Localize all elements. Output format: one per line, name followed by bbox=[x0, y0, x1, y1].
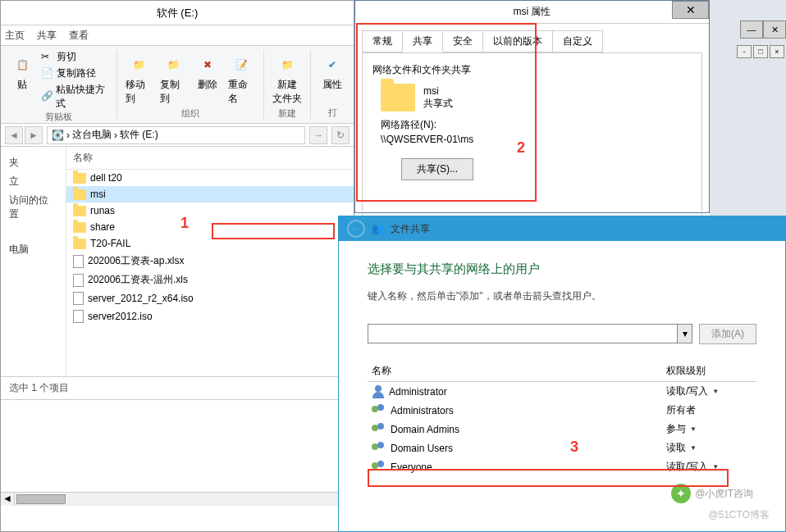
list-item[interactable]: dell t20 bbox=[66, 170, 354, 186]
cut-button[interactable]: ✂剪切 bbox=[41, 50, 110, 64]
horizontal-scrollbar[interactable]: ◄ bbox=[1, 492, 354, 506]
new-folder-label: 新建 文件夹 bbox=[272, 78, 302, 106]
address-path[interactable]: 💽 › 这台电脑 › 软件 (E:) bbox=[47, 126, 305, 144]
permission-label: 读取 bbox=[666, 441, 686, 455]
column-header-name[interactable]: 名称 bbox=[66, 147, 354, 170]
list-item[interactable]: server_2012_r2_x64.iso bbox=[66, 289, 354, 307]
tab-home[interactable]: 主页 bbox=[5, 29, 25, 43]
list-item[interactable]: runas bbox=[66, 202, 354, 219]
chevron-down-icon: ▼ bbox=[690, 444, 697, 452]
rename-button[interactable]: 📝重命名 bbox=[226, 50, 257, 107]
tab-security[interactable]: 安全 bbox=[442, 30, 483, 52]
nav-places[interactable]: 访问的位置 bbox=[5, 191, 62, 224]
folder-icon bbox=[73, 239, 86, 249]
list-item[interactable]: T20-FAIL bbox=[66, 235, 354, 252]
permission-label: 读取/写入 bbox=[666, 460, 708, 474]
ribbon-group-clipboard: 📋 贴 ✂剪切 📄复制路径 🔗粘贴快捷方式 剪贴板 bbox=[1, 50, 117, 119]
user-name: Administrators bbox=[391, 405, 454, 416]
tab-customize[interactable]: 自定义 bbox=[552, 30, 603, 52]
user-row[interactable]: Everyone读取/写入▼ bbox=[368, 457, 756, 476]
user-row[interactable]: Domain Admins参与▼ bbox=[368, 420, 756, 439]
status-bar: 选中 1 个项目 bbox=[1, 376, 354, 399]
nav-pc[interactable]: 电脑 bbox=[5, 240, 62, 259]
move-button[interactable]: 📁移动到 bbox=[124, 50, 154, 107]
go-button[interactable]: → bbox=[309, 126, 327, 144]
col-perm[interactable]: 权限级别 bbox=[666, 364, 756, 378]
chevron-down-icon: ▼ bbox=[690, 425, 697, 433]
file-icon bbox=[73, 255, 84, 268]
bg2-close[interactable]: × bbox=[770, 45, 784, 58]
permission-cell[interactable]: 读取▼ bbox=[666, 441, 756, 455]
combo-dropdown-button[interactable]: ▾ bbox=[677, 325, 692, 343]
list-item[interactable]: 202006工资表-ap.xlsx bbox=[66, 252, 354, 271]
file-icon bbox=[73, 274, 84, 287]
user-row[interactable]: Domain Users读取▼ bbox=[368, 439, 756, 457]
ribbon: 📋 贴 ✂剪切 📄复制路径 🔗粘贴快捷方式 剪贴板 📁移动到 📁复制到 ✖删除 … bbox=[1, 46, 354, 124]
properties-button[interactable]: ✔属性 bbox=[318, 50, 347, 93]
list-item[interactable]: msi bbox=[66, 186, 354, 202]
list-item[interactable]: 202006工资表-温州.xls bbox=[66, 271, 354, 289]
copy-button[interactable]: 📁复制到 bbox=[158, 50, 189, 107]
permission-cell[interactable]: 所有者 bbox=[666, 403, 756, 417]
user-combo[interactable]: ▾ bbox=[368, 324, 692, 343]
paste-button[interactable]: 📋 贴 bbox=[7, 50, 37, 93]
list-item[interactable]: server2012.iso bbox=[66, 307, 354, 325]
tab-previous[interactable]: 以前的版本 bbox=[482, 30, 553, 52]
cut-label: 剪切 bbox=[57, 50, 76, 64]
file-icon bbox=[73, 310, 84, 323]
bg-close[interactable]: ✕ bbox=[763, 20, 786, 39]
new-group-label: 新建 bbox=[278, 107, 296, 120]
path-pc[interactable]: 这台电脑 bbox=[72, 128, 112, 142]
paste-shortcut-label: 粘贴快捷方式 bbox=[56, 83, 110, 111]
delete-button[interactable]: ✖删除 bbox=[193, 50, 222, 93]
share-button[interactable]: 共享(S)... bbox=[401, 158, 473, 180]
nav-back-button[interactable]: ◄ bbox=[5, 126, 23, 144]
properties-dialog: msi 属性 ✕ 常规 共享 安全 以前的版本 自定义 网络文件和文件夹共享 m… bbox=[354, 0, 710, 213]
permission-cell[interactable]: 读取/写入▼ bbox=[666, 384, 756, 398]
user-row[interactable]: Administrator读取/写入▼ bbox=[368, 382, 756, 401]
nav-quick[interactable]: 夹 bbox=[5, 153, 62, 172]
user-name: Domain Admins bbox=[391, 424, 459, 435]
nav-recent[interactable]: 立 bbox=[5, 172, 62, 191]
path-drive[interactable]: 软件 (E:) bbox=[120, 128, 158, 142]
list-item[interactable]: share bbox=[66, 219, 354, 235]
annotation-2: 2 bbox=[517, 139, 525, 157]
scrollbar-thumb[interactable] bbox=[16, 494, 66, 504]
copy-path-button[interactable]: 📄复制路径 bbox=[41, 66, 110, 80]
folder-icon bbox=[73, 173, 86, 184]
back-button[interactable]: ← bbox=[347, 220, 365, 238]
nav-fwd-button[interactable]: ► bbox=[25, 126, 43, 144]
share-heading: 选择要与其共享的网络上的用户 bbox=[368, 261, 756, 277]
new-folder-button[interactable]: 📁新建 文件夹 bbox=[271, 50, 304, 107]
refresh-button[interactable]: ↻ bbox=[331, 126, 350, 144]
group-icon bbox=[372, 423, 386, 436]
user-row[interactable]: Administrators所有者 bbox=[368, 401, 756, 420]
move-label: 移动到 bbox=[126, 78, 153, 106]
props-titlebar: msi 属性 ✕ bbox=[355, 1, 709, 24]
props-title-text: msi 属性 bbox=[514, 5, 551, 19]
permission-cell[interactable]: 读取/写入▼ bbox=[666, 460, 756, 474]
tab-share[interactable]: 共享 bbox=[37, 29, 57, 43]
permission-label: 参与 bbox=[666, 422, 686, 436]
copy-label: 复制到 bbox=[160, 78, 187, 106]
paste-shortcut-button[interactable]: 🔗粘贴快捷方式 bbox=[41, 83, 110, 111]
move-icon: 📁 bbox=[126, 52, 153, 78]
tab-view[interactable]: 查看 bbox=[69, 29, 89, 43]
props-close-button[interactable]: ✕ bbox=[672, 1, 709, 19]
bg2-min[interactable]: - bbox=[737, 45, 752, 58]
file-icon bbox=[73, 292, 84, 305]
add-button[interactable]: 添加(A) bbox=[699, 324, 756, 344]
new-folder-icon: 📁 bbox=[274, 52, 300, 78]
organize-group-label: 组织 bbox=[181, 107, 199, 120]
copy-path-label: 复制路径 bbox=[57, 66, 96, 80]
permission-cell[interactable]: 参与▼ bbox=[666, 422, 756, 436]
tab-sharing[interactable]: 共享 bbox=[402, 30, 443, 52]
copy-path-icon: 📄 bbox=[41, 67, 54, 80]
tab-general[interactable]: 常规 bbox=[362, 30, 403, 52]
bg-minimize[interactable]: — bbox=[740, 20, 763, 39]
bg2-max[interactable]: □ bbox=[753, 45, 768, 58]
chevron-down-icon: ▼ bbox=[712, 388, 719, 395]
explorer-body: 夹 立 访问的位置 电脑 名称 dell t20msirunasshareT20… bbox=[1, 147, 354, 376]
col-name[interactable]: 名称 bbox=[368, 364, 666, 378]
user-input[interactable] bbox=[368, 325, 677, 343]
